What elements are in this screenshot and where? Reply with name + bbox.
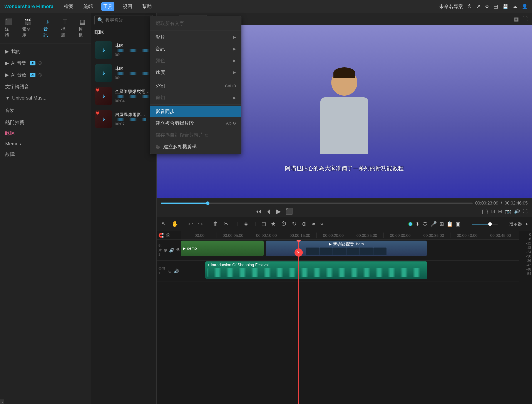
shape-button[interactable]: □ xyxy=(261,219,267,229)
magnet-icon[interactable]: 🧲 xyxy=(158,233,164,238)
track1-eye-icon[interactable]: 👁 xyxy=(176,247,180,252)
menu-item-view[interactable]: 視圖 xyxy=(121,2,134,11)
select-all-text-label: 選取所有文字 xyxy=(155,20,184,27)
ripple-button[interactable]: ≈ xyxy=(311,219,316,229)
redo-button[interactable]: ↪ xyxy=(197,219,204,229)
fit-icon[interactable]: ⊞ xyxy=(498,209,502,214)
stabilize-button[interactable]: ⊕ xyxy=(301,219,308,229)
sidebar-item-ai-music[interactable]: ▶ AI 音樂 AI ⓘ xyxy=(0,57,91,69)
share-icon[interactable]: ↗ xyxy=(476,4,481,9)
audio-item-4[interactable]: ❤️ ♪ 房屋爆炸電影過渡 00:07 ⬇ xyxy=(93,108,155,130)
app-logo: Wondershare Filmora xyxy=(4,4,53,9)
audio-search-bar[interactable]: 🔍 xyxy=(94,15,153,25)
dropdown-split[interactable]: 分割 Ctrl+B xyxy=(150,80,241,92)
zoom-in-button[interactable]: + xyxy=(500,220,506,228)
zoom-slider[interactable] xyxy=(472,224,498,225)
toolbar-audio[interactable]: ♪ 音訊 xyxy=(41,17,54,40)
capture-icon[interactable]: 📋 xyxy=(447,221,453,227)
category-fault[interactable]: 故障 xyxy=(0,149,91,160)
scissors-button[interactable]: ✂ xyxy=(222,219,230,229)
timeline-tracks: ✂ ▶ demo xyxy=(181,240,519,404)
video-clip-main[interactable]: ▶ 新功能-配音+bgm xyxy=(266,240,427,256)
track2-add-icon[interactable]: ⊕ xyxy=(168,268,172,274)
rotate-button[interactable]: ↻ xyxy=(291,219,298,229)
audio-item-3[interactable]: ❤️ ♪ 金屬衝擊爆裂電影過渡... 00:04 xyxy=(93,85,155,107)
step-back-button[interactable]: ⏴ xyxy=(266,208,272,215)
audio-item-1[interactable]: ♪ 咪咪 00:... xyxy=(93,39,155,61)
volume-icon[interactable]: 🔊 xyxy=(514,209,520,214)
shield-icon[interactable]: 🛡 xyxy=(423,221,428,227)
video-track-icon[interactable]: ▣ xyxy=(456,221,461,227)
mark-out-icon[interactable]: } xyxy=(487,209,488,214)
layers-icon[interactable]: ⊞ xyxy=(440,221,444,227)
mark-in-icon[interactable]: { xyxy=(482,209,483,214)
snapshot-icon[interactable]: 📷 xyxy=(505,209,511,214)
text-button[interactable]: T xyxy=(252,219,258,229)
menu-item-edit[interactable]: 編輯 xyxy=(82,2,95,11)
stop-button[interactable]: ⬛ xyxy=(285,208,293,215)
save-icon[interactable]: 💾 xyxy=(502,4,508,9)
toolbar-media[interactable]: ⬛ 媒體 xyxy=(2,17,15,40)
sticker-button[interactable]: ★ xyxy=(269,219,277,229)
menu-item-tools[interactable]: 工具 xyxy=(101,2,114,11)
sidebar-item-universal-mus[interactable]: ▼ Universal Mus... xyxy=(0,93,91,103)
category-memes[interactable]: Memes xyxy=(0,139,91,149)
category-hot[interactable]: 熱門推薦 xyxy=(0,117,91,128)
cursor-tool-button[interactable]: ↖ xyxy=(160,219,167,229)
dropdown-speed[interactable]: 速度 ▶ xyxy=(150,67,241,78)
playhead[interactable]: ✂ xyxy=(298,240,299,404)
track1-speaker-icon[interactable]: 🔊 xyxy=(169,247,174,253)
layout-icon[interactable]: ▤ xyxy=(494,4,498,9)
dropdown-video[interactable]: 影片 ▶ xyxy=(150,31,241,43)
grid-view-icon[interactable]: ▦ xyxy=(514,16,519,22)
audio-clip-main[interactable]: ♪ Introduction Of Shopping Festival xyxy=(205,261,427,279)
sidebar-item-ai-sfx[interactable]: ▶ AI 音效 AI ⓘ xyxy=(0,69,91,81)
dropdown-color[interactable]: 顏色 ▶ xyxy=(150,55,241,67)
play-button[interactable]: ▶ xyxy=(276,208,281,215)
fullscreen-icon[interactable]: ⛶ xyxy=(522,16,528,22)
toolbar-stock[interactable]: 🎬 素材庫 xyxy=(19,17,37,40)
sidebar-item-tts-label: 文字轉語音 xyxy=(5,83,29,90)
user-icon[interactable]: 👤 xyxy=(522,4,528,9)
toolbar-template[interactable]: ▦ 模板 xyxy=(76,17,89,40)
more-button[interactable]: » xyxy=(319,219,325,229)
keyframe-button[interactable]: ◈ xyxy=(243,219,250,229)
sidebar-item-my[interactable]: ▶ 我的 xyxy=(0,46,91,57)
undo-button[interactable]: ↩ xyxy=(187,219,194,229)
settings-icon[interactable]: ⚙ xyxy=(485,4,489,9)
mic-icon[interactable]: 🎤 xyxy=(430,221,437,227)
dropdown-cut[interactable]: 剪切 ▶ xyxy=(150,92,241,104)
clip-thumbnails xyxy=(306,247,386,255)
dropdown-create-compound[interactable]: 建立複合剪輯片段 Alt+G xyxy=(150,117,241,129)
dropdown-audio[interactable]: 音訊 ▶ xyxy=(150,43,241,55)
cloud-icon[interactable]: ☁ xyxy=(513,4,517,9)
category-mimi[interactable]: 咪咪 xyxy=(0,128,91,139)
dropdown-multicam[interactable]: 🎥 建立多相機剪輯 xyxy=(150,141,241,152)
progress-bar[interactable] xyxy=(161,202,473,204)
info-icon: ⓘ xyxy=(38,61,42,66)
music-icon-clip: ♪ xyxy=(207,263,209,267)
timer-button[interactable]: ⏱ xyxy=(280,219,288,229)
dropdown-sync[interactable]: 影音同步 xyxy=(150,106,241,117)
video-clip-demo[interactable]: ▶ demo xyxy=(181,240,264,256)
toolbar-title[interactable]: T 標題 xyxy=(58,17,71,40)
hand-tool-button[interactable]: ✋ xyxy=(170,219,180,229)
collapse-panel-button[interactable]: ‹ xyxy=(0,399,4,404)
search-input[interactable] xyxy=(105,18,151,23)
skip-back-button[interactable]: ⏮ xyxy=(255,208,262,215)
crop-icon[interactable]: ⊡ xyxy=(491,209,495,214)
chain-icon[interactable]: ⛓ xyxy=(166,233,170,238)
sun-icon[interactable]: ☀ xyxy=(415,221,420,227)
menu-item-help[interactable]: 幫助 xyxy=(141,2,154,11)
dropdown-multicam-label: 建立多相機剪輯 xyxy=(163,143,197,150)
clip-demo-title: demo xyxy=(187,246,197,251)
zoom-out-button[interactable]: − xyxy=(463,220,470,228)
trim-button[interactable]: ⊣ xyxy=(232,219,240,229)
menu-item-file[interactable]: 檔案 xyxy=(62,2,75,11)
track2-speaker-icon[interactable]: 🔊 xyxy=(173,268,179,274)
sidebar-item-text-to-speech[interactable]: 文字轉語音 xyxy=(0,81,91,93)
delete-button[interactable]: 🗑 xyxy=(212,219,220,229)
expand-icon[interactable]: ⛶ xyxy=(523,209,528,214)
audio-item-2[interactable]: ♪ 咪咪 00:... xyxy=(93,62,155,84)
track1-add-icon[interactable]: ⊕ xyxy=(164,247,167,253)
